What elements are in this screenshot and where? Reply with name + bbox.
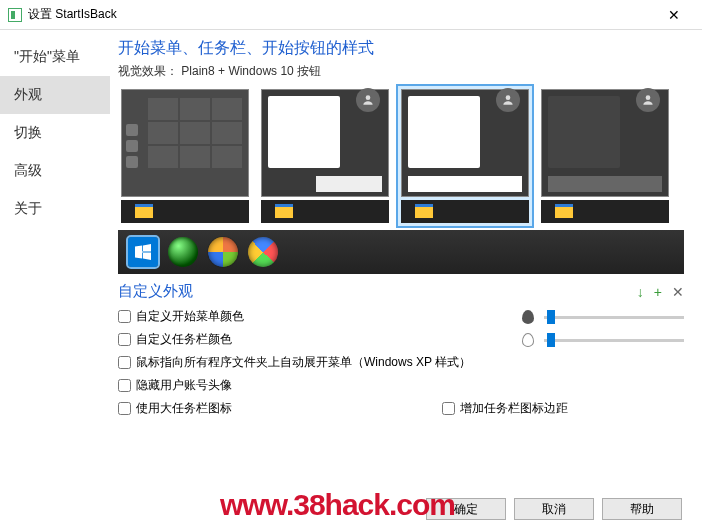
svg-point-0 xyxy=(366,95,371,100)
start-button-row xyxy=(118,230,684,274)
lbl-large-taskbar-icons: 使用大任务栏图标 xyxy=(136,400,232,417)
file-explorer-icon xyxy=(135,204,153,218)
lbl-icon-margin: 增加任务栏图标边距 xyxy=(460,400,568,417)
nav-about[interactable]: 关于 xyxy=(0,190,110,228)
lbl-custom-taskbar-color: 自定义任务栏颜色 xyxy=(136,331,232,348)
chk-custom-menu-color[interactable] xyxy=(118,310,131,323)
file-explorer-icon xyxy=(555,204,573,218)
download-icon[interactable]: ↓ xyxy=(637,284,644,300)
chk-icon-margin[interactable] xyxy=(442,402,455,415)
chk-large-taskbar-icons[interactable] xyxy=(118,402,131,415)
taskbar-color-slider[interactable] xyxy=(544,333,684,347)
file-explorer-icon xyxy=(275,204,293,218)
avatar-icon xyxy=(636,88,660,112)
custom-appearance-title: 自定义外观 xyxy=(118,282,637,301)
help-button[interactable]: 帮助 xyxy=(602,498,682,520)
section-heading: 开始菜单、任务栏、开始按钮的样式 xyxy=(118,38,684,59)
close-icon[interactable]: ✕ xyxy=(654,7,694,23)
svg-point-1 xyxy=(506,95,511,100)
app-icon xyxy=(8,8,22,22)
lbl-xp-expand: 鼠标指向所有程序文件夹上自动展开菜单（Windows XP 样式） xyxy=(136,354,471,371)
visual-effect-line: 视觉效果： Plain8 + Windows 10 按钮 xyxy=(118,63,684,80)
orb-win7-classic[interactable] xyxy=(208,237,238,267)
color-drop-icon[interactable] xyxy=(522,333,534,347)
visual-effect-value: Plain8 + Windows 10 按钮 xyxy=(181,64,321,78)
nav-start-menu[interactable]: "开始"菜单 xyxy=(0,38,110,76)
ok-button[interactable]: 确定 xyxy=(426,498,506,520)
window-title: 设置 StartIsBack xyxy=(28,6,654,23)
nav-advanced[interactable]: 高级 xyxy=(0,152,110,190)
color-drop-icon[interactable] xyxy=(522,310,534,324)
theme-tiles[interactable] xyxy=(118,86,252,226)
visual-effect-label: 视觉效果： xyxy=(118,64,178,78)
orb-clover[interactable] xyxy=(168,237,198,267)
cancel-button[interactable]: 取消 xyxy=(514,498,594,520)
theme-plain8-dark[interactable] xyxy=(538,86,672,226)
orb-windows10[interactable] xyxy=(128,237,158,267)
svg-point-2 xyxy=(646,95,651,100)
lbl-hide-avatar: 隐藏用户账号头像 xyxy=(136,377,232,394)
theme-plain8-a[interactable] xyxy=(258,86,392,226)
avatar-icon xyxy=(496,88,520,112)
menu-color-slider[interactable] xyxy=(544,310,684,324)
nav-switch[interactable]: 切换 xyxy=(0,114,110,152)
theme-plain8-b[interactable] xyxy=(398,86,532,226)
chk-hide-avatar[interactable] xyxy=(118,379,131,392)
sidebar: "开始"菜单 外观 切换 高级 关于 xyxy=(0,30,110,500)
add-icon[interactable]: + xyxy=(654,284,662,300)
chk-custom-taskbar-color[interactable] xyxy=(118,333,131,346)
lbl-custom-menu-color: 自定义开始菜单颜色 xyxy=(136,308,244,325)
file-explorer-icon xyxy=(415,204,433,218)
avatar-icon xyxy=(356,88,380,112)
nav-appearance[interactable]: 外观 xyxy=(0,76,110,114)
close-icon[interactable]: ✕ xyxy=(672,284,684,300)
orb-win7-color[interactable] xyxy=(248,237,278,267)
chk-xp-expand[interactable] xyxy=(118,356,131,369)
